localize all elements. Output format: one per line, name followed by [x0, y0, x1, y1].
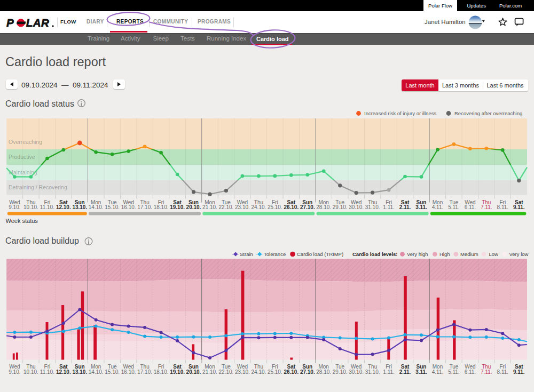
svg-text:29.10.: 29.10. [333, 369, 348, 375]
svg-text:26.10.: 26.10. [284, 204, 299, 210]
svg-text:15.10.: 15.10. [105, 204, 120, 210]
svg-text:2.11.: 2.11. [399, 204, 411, 210]
svg-text:27.10.: 27.10. [300, 204, 315, 210]
svg-text:25.10.: 25.10. [268, 204, 282, 210]
svg-text:23.10.: 23.10. [235, 369, 250, 375]
svg-text:Medium: Medium [460, 251, 478, 257]
svg-text:11.10.: 11.10. [40, 204, 54, 210]
svg-text:14.10.: 14.10. [89, 204, 104, 210]
svg-text:1.11.: 1.11. [383, 204, 395, 210]
svg-text:21.10.: 21.10. [202, 204, 217, 210]
svg-text:16.10.: 16.10. [121, 204, 136, 210]
svg-text:18.10.: 18.10. [154, 369, 169, 375]
svg-text:25.10.: 25.10. [268, 369, 282, 375]
svg-text:3.11.: 3.11. [415, 204, 427, 210]
svg-text:24.10.: 24.10. [251, 204, 266, 210]
svg-text:5.11.: 5.11. [448, 204, 460, 210]
svg-text:Detraining / Recovering: Detraining / Recovering [9, 184, 67, 190]
svg-text:12.10.: 12.10. [56, 369, 71, 375]
svg-text:Low: Low [489, 251, 499, 257]
svg-text:29.10.: 29.10. [333, 204, 348, 210]
svg-text:3.11.: 3.11. [415, 369, 427, 375]
svg-text:13.10.: 13.10. [72, 369, 87, 375]
svg-text:Cardio load levels:: Cardio load levels: [352, 251, 397, 257]
svg-text:LAR: LAR [26, 17, 50, 29]
svg-text:19.10.: 19.10. [170, 369, 185, 375]
svg-text:14.10.: 14.10. [89, 369, 104, 375]
svg-text:4.11.: 4.11. [432, 204, 444, 210]
svg-text:7.11.: 7.11. [481, 204, 492, 210]
svg-text:28.10.: 28.10. [316, 369, 331, 375]
svg-text:5.11.: 5.11. [448, 369, 460, 375]
svg-text:9.11.: 9.11. [513, 204, 525, 210]
svg-text:Overreaching: Overreaching [9, 139, 42, 145]
svg-text:2.11.: 2.11. [399, 369, 411, 375]
svg-text:Cardio load (TRIMP): Cardio load (TRIMP) [297, 251, 343, 257]
svg-text:High: High [439, 251, 450, 257]
svg-text:7.11.: 7.11. [481, 369, 492, 375]
svg-text:21.10.: 21.10. [202, 369, 217, 375]
svg-text:9.11.: 9.11. [513, 369, 525, 375]
svg-text:10.10.: 10.10. [23, 369, 38, 375]
svg-text:Tolerance: Tolerance [264, 251, 286, 257]
svg-text:23.10.: 23.10. [235, 204, 250, 210]
svg-text:30.10.: 30.10. [349, 204, 364, 210]
svg-text:20.10.: 20.10. [186, 369, 201, 375]
svg-text:8.11.: 8.11. [497, 369, 509, 375]
svg-text:27.10.: 27.10. [300, 369, 315, 375]
svg-text:22.10.: 22.10. [218, 204, 233, 210]
svg-text:Week status: Week status [6, 218, 38, 224]
svg-text:Strain: Strain [240, 251, 253, 257]
svg-text:22.10.: 22.10. [218, 369, 233, 375]
svg-text:13.10.: 13.10. [72, 204, 87, 210]
svg-text:9.10.: 9.10. [9, 204, 20, 210]
svg-text:4.11.: 4.11. [432, 369, 444, 375]
svg-text:Very low: Very low [509, 251, 529, 257]
svg-text:8.11.: 8.11. [497, 204, 509, 210]
svg-text:18.10.: 18.10. [154, 204, 169, 210]
svg-text:17.10.: 17.10. [137, 204, 152, 210]
svg-text:16.10.: 16.10. [121, 369, 136, 375]
svg-text:26.10.: 26.10. [284, 369, 299, 375]
svg-text:28.10.: 28.10. [316, 204, 331, 210]
svg-text:17.10.: 17.10. [137, 369, 152, 375]
svg-text:30.10.: 30.10. [349, 369, 364, 375]
svg-text:9.10.: 9.10. [9, 369, 20, 375]
svg-text:31.10.: 31.10. [365, 204, 380, 210]
svg-text:24.10.: 24.10. [251, 369, 266, 375]
svg-text:Very high: Very high [407, 251, 428, 257]
svg-text:P: P [6, 17, 14, 29]
svg-text:Increased risk of injury or il: Increased risk of injury or illness [364, 110, 436, 116]
svg-text:10.10.: 10.10. [23, 204, 38, 210]
svg-text:12.10.: 12.10. [56, 204, 71, 210]
svg-text:6.11.: 6.11. [465, 369, 476, 375]
svg-text:19.10.: 19.10. [170, 204, 185, 210]
svg-text:20.10.: 20.10. [186, 204, 201, 210]
svg-text:15.10.: 15.10. [105, 369, 120, 375]
svg-text:Productive: Productive [9, 154, 35, 160]
svg-text:11.10.: 11.10. [40, 369, 54, 375]
svg-text:31.10.: 31.10. [365, 369, 380, 375]
svg-text:Recovering after overreaching: Recovering after overreaching [454, 110, 522, 116]
svg-text:1.11.: 1.11. [383, 369, 395, 375]
svg-text:6.11.: 6.11. [465, 204, 476, 210]
